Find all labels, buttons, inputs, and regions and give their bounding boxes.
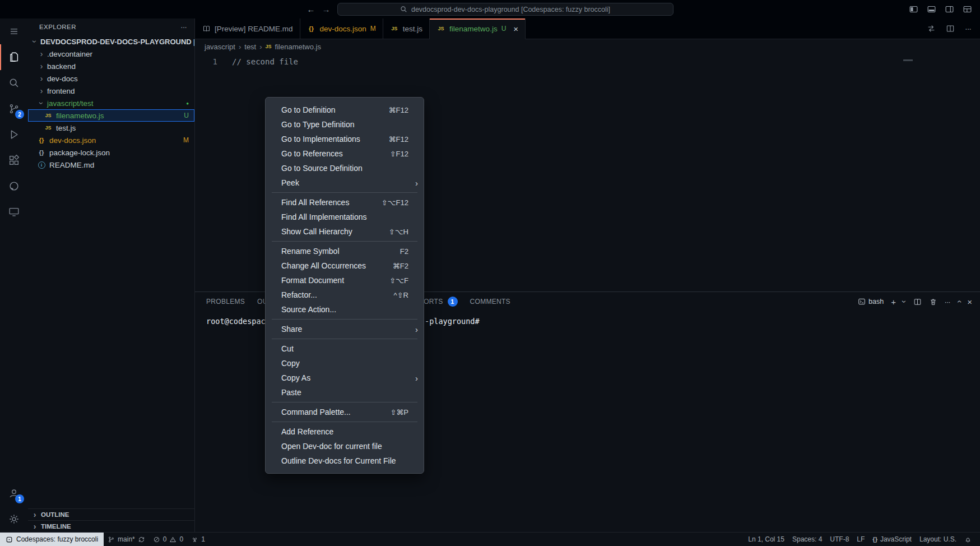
- sidebar-item-source-control[interactable]: 2: [0, 96, 28, 122]
- tab-preview-readme[interactable]: [Preview] README.md: [195, 18, 300, 39]
- js-glyph: JS: [45, 113, 51, 118]
- remote-indicator[interactable]: Codespaces: fuzzy broccoli: [0, 533, 104, 546]
- chevron-down-icon[interactable]: ›: [900, 300, 908, 303]
- command-center[interactable]: devdocsprod-dev-docs-playground [Codespa…: [337, 3, 674, 16]
- split-editor-icon[interactable]: [946, 24, 955, 33]
- more-actions-icon[interactable]: ···: [965, 24, 971, 33]
- encoding[interactable]: UTF-8: [826, 533, 853, 546]
- menu-item-go-to-type-definition[interactable]: Go to Type Definition: [266, 117, 424, 132]
- menu-item-cut[interactable]: Cut: [266, 341, 424, 356]
- sidebar-item-remote-explorer[interactable]: [0, 199, 28, 225]
- cursor-position[interactable]: Ln 1, Col 15: [744, 533, 788, 546]
- account-button[interactable]: 1: [0, 480, 28, 506]
- menu-item-add-reference[interactable]: Add Reference: [266, 424, 424, 439]
- menu-item-outline-dev-docs[interactable]: Outline Dev-docs for Current File: [266, 454, 424, 468]
- terminal-shell-selector[interactable]: bash: [858, 298, 884, 306]
- toggle-secondary-sidebar-icon[interactable]: [945, 4, 954, 14]
- menu-item-source-action[interactable]: Source Action...: [266, 302, 424, 317]
- panel-tab-problems[interactable]: PROBLEMS: [206, 293, 245, 311]
- close-panel-icon[interactable]: ×: [967, 298, 972, 306]
- open-changes-icon[interactable]: [927, 24, 936, 33]
- indentation[interactable]: Spaces: 4: [788, 533, 826, 546]
- menu-item-paste[interactable]: Paste: [266, 385, 424, 400]
- customize-layout-icon[interactable]: [963, 4, 972, 14]
- chevron-right-icon: ›: [30, 522, 39, 531]
- sidebar-item-search[interactable]: [0, 70, 28, 96]
- split-terminal-icon[interactable]: [913, 298, 922, 306]
- menu-item-copy[interactable]: Copy: [266, 356, 424, 371]
- menu-item-go-to-source-definition[interactable]: Go to Source Definition: [266, 161, 424, 175]
- js-glyph: JS: [438, 26, 444, 31]
- keyboard-layout[interactable]: Layout: U.S.: [916, 533, 960, 546]
- close-icon[interactable]: ×: [513, 25, 518, 33]
- language-mode[interactable]: {} JavaScript: [868, 533, 916, 546]
- branch-indicator[interactable]: main*: [104, 533, 149, 546]
- chevron-up-icon[interactable]: ›: [955, 300, 963, 303]
- sidebar-item-run-debug[interactable]: [0, 122, 28, 147]
- problems-indicator[interactable]: 0 0: [149, 533, 187, 546]
- tree-item-package-lock-json[interactable]: {} package-lock.json: [28, 146, 194, 159]
- code-line: 1 // second file: [195, 55, 980, 68]
- new-terminal-icon[interactable]: +: [891, 298, 896, 306]
- forward-button[interactable]: →: [322, 4, 331, 14]
- tree-item-label: package-lock.json: [49, 149, 110, 157]
- breadcrumb-item[interactable]: filenametwo.js: [275, 43, 321, 51]
- tab-dev-docs-json[interactable]: {} dev-docs.json M: [300, 18, 383, 39]
- ports-indicator[interactable]: 1: [187, 533, 209, 546]
- kill-terminal-icon[interactable]: [929, 298, 937, 306]
- panel-tab-ports[interactable]: PORTS 1: [419, 293, 458, 311]
- breadcrumb-item[interactable]: javascript: [205, 43, 235, 51]
- back-button[interactable]: ←: [307, 4, 315, 14]
- tree-item-test-js[interactable]: JS test.js: [28, 122, 194, 134]
- toggle-panel-icon[interactable]: [927, 4, 936, 14]
- menu-item-refactor[interactable]: Refactor... ^⇧R: [266, 288, 424, 302]
- menu-item-share[interactable]: Share ›: [266, 322, 424, 336]
- titlebar-layout-controls: [756, 4, 980, 14]
- menu-item-format-document[interactable]: Format Document ⇧⌥F: [266, 273, 424, 288]
- source-control-badge: 2: [15, 110, 24, 119]
- outline-section[interactable]: › OUTLINE: [28, 508, 194, 520]
- tree-item-devcontainer[interactable]: › .devcontainer: [28, 48, 194, 60]
- modified-badge: M: [370, 25, 376, 33]
- timeline-section[interactable]: › TIMELINE: [28, 520, 194, 532]
- menu-item-copy-as[interactable]: Copy As ›: [266, 371, 424, 385]
- tab-test-js[interactable]: JS test.js: [383, 18, 430, 39]
- chevron-right-icon: ›: [259, 43, 262, 51]
- tree-item-dev-docs-json[interactable]: {} dev-docs.json M: [28, 134, 194, 146]
- eol-sequence[interactable]: LF: [853, 533, 868, 546]
- js-file-icon: JS: [390, 26, 399, 31]
- menu-item-peek[interactable]: Peek ›: [266, 175, 424, 190]
- notifications-button[interactable]: [960, 533, 976, 546]
- menu-item-label: Source Action...: [281, 305, 336, 314]
- menu-button[interactable]: [0, 18, 28, 44]
- sidebar-item-extensions[interactable]: [0, 147, 28, 173]
- tree-item-root[interactable]: › DEVDOCSPROD-DEV-DOCS-PLAYGROUND [CO...: [28, 35, 194, 48]
- tree-item-javascript-test[interactable]: › javascript/test ●: [28, 97, 194, 109]
- tab-filenametwo-js[interactable]: JS filenametwo.js U ×: [430, 18, 526, 39]
- menu-item-go-to-definition[interactable]: Go to Definition ⌘F12: [266, 103, 424, 117]
- toggle-primary-sidebar-icon[interactable]: [909, 4, 918, 14]
- menu-item-find-all-references[interactable]: Find All References ⇧⌥F12: [266, 195, 424, 210]
- menu-item-label: Outline Dev-docs for Current File: [281, 456, 396, 465]
- tree-item-dev-docs[interactable]: › dev-docs: [28, 72, 194, 85]
- menu-item-command-palette[interactable]: Command Palette... ⇧⌘P: [266, 405, 424, 419]
- breadcrumb-item[interactable]: test: [244, 43, 256, 51]
- readme-info-icon: i: [37, 161, 46, 169]
- menu-item-change-all-occurrences[interactable]: Change All Occurrences ⌘F2: [266, 258, 424, 273]
- tree-item-readme-md[interactable]: i README.md: [28, 159, 194, 171]
- menu-item-show-call-hierarchy[interactable]: Show Call Hierarchy ⇧⌥H: [266, 224, 424, 239]
- menu-item-open-dev-doc[interactable]: Open Dev-doc for current file: [266, 439, 424, 454]
- menu-item-rename-symbol[interactable]: Rename Symbol F2: [266, 244, 424, 258]
- tree-item-filenametwo-js[interactable]: JS filenametwo.js U: [28, 109, 194, 122]
- panel-tab-comments[interactable]: COMMENTS: [470, 293, 510, 311]
- settings-button[interactable]: [0, 506, 28, 532]
- sidebar-item-explorer[interactable]: [0, 44, 28, 70]
- more-actions-icon[interactable]: ···: [180, 22, 187, 31]
- menu-item-go-to-implementations[interactable]: Go to Implementations ⌘F12: [266, 132, 424, 146]
- tree-item-backend[interactable]: › backend: [28, 60, 194, 72]
- tree-item-frontend[interactable]: › frontend: [28, 85, 194, 97]
- sidebar-item-github[interactable]: [0, 173, 28, 199]
- menu-item-find-all-implementations[interactable]: Find All Implementations: [266, 210, 424, 224]
- menu-item-go-to-references[interactable]: Go to References ⇧F12: [266, 146, 424, 161]
- more-actions-icon[interactable]: ···: [945, 298, 950, 306]
